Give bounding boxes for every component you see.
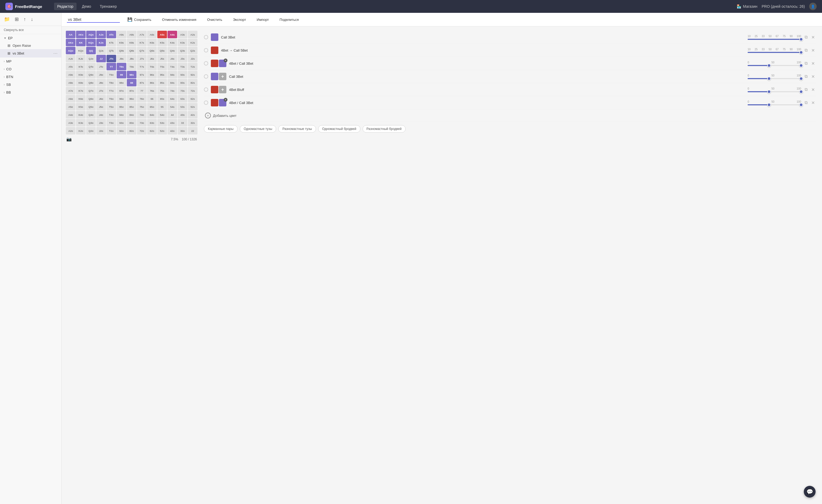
hand-cell[interactable]: 97o bbox=[117, 87, 126, 94]
hand-cell[interactable]: A3s bbox=[178, 31, 187, 38]
hand-cell[interactable]: Q2s bbox=[188, 47, 197, 54]
hand-cell[interactable]: 77 bbox=[137, 87, 147, 94]
hand-cell[interactable]: A2s bbox=[188, 31, 197, 38]
hand-cell[interactable]: T7o bbox=[106, 87, 116, 94]
hand-cell[interactable]: K6o bbox=[76, 95, 86, 102]
hand-cell[interactable]: 93s bbox=[178, 71, 187, 78]
slider-track-6[interactable] bbox=[748, 104, 801, 105]
hand-cell[interactable]: KQs bbox=[86, 39, 96, 46]
action-radio-5[interactable] bbox=[204, 87, 208, 92]
hand-cell[interactable]: J6o bbox=[96, 95, 106, 102]
color-swatch-plus-5[interactable]: + bbox=[219, 86, 227, 93]
hand-cell[interactable]: T3o bbox=[106, 119, 116, 126]
hand-cell[interactable]: 66 bbox=[147, 95, 157, 102]
hand-cell[interactable]: K6s bbox=[147, 39, 157, 46]
hand-cell[interactable]: 72s bbox=[188, 87, 197, 94]
add-folder-btn[interactable]: 📁 bbox=[3, 16, 11, 23]
hand-cell[interactable]: A7s bbox=[137, 31, 147, 38]
hand-cell[interactable]: 53o bbox=[157, 119, 167, 126]
close-icon-5[interactable]: ✕ bbox=[811, 86, 816, 93]
hand-cell[interactable]: 86s bbox=[147, 79, 157, 86]
hand-cell[interactable]: QQ bbox=[86, 47, 96, 54]
export-btn[interactable]: Экспорт bbox=[230, 16, 250, 23]
hand-cell[interactable]: K9s bbox=[117, 39, 126, 46]
hand-cell[interactable]: AKs bbox=[76, 31, 86, 38]
color-swatch-purple-4[interactable] bbox=[211, 73, 218, 80]
hand-cell[interactable]: A9s bbox=[117, 31, 126, 38]
hand-cell[interactable]: A6o bbox=[66, 95, 75, 102]
hand-cell[interactable]: J5s bbox=[157, 55, 167, 62]
tag-suited-broadway[interactable]: Одномастный бродвей bbox=[318, 125, 360, 133]
hand-cell[interactable]: Q8s bbox=[127, 47, 136, 54]
add-color-btn[interactable]: + Добавить цвет bbox=[204, 109, 816, 122]
hand-cell[interactable]: 62o bbox=[147, 127, 157, 134]
hand-cell[interactable]: 52o bbox=[157, 127, 167, 134]
hand-cell[interactable]: J2s bbox=[188, 55, 197, 62]
hand-cell[interactable]: T7s bbox=[137, 63, 147, 70]
hand-cell[interactable]: 93o bbox=[117, 119, 126, 126]
hand-cell[interactable]: J7s bbox=[137, 55, 147, 62]
hand-cell[interactable]: QJs bbox=[96, 47, 106, 54]
hand-cell[interactable]: A5o bbox=[66, 103, 75, 110]
hand-cell[interactable]: A3o bbox=[66, 119, 75, 126]
color-swatch-red-2[interactable] bbox=[211, 47, 218, 54]
chat-bubble[interactable]: 💬 bbox=[804, 486, 816, 498]
hand-cell[interactable]: 98s bbox=[127, 71, 136, 78]
slider-track-2[interactable] bbox=[748, 52, 801, 53]
import-btn[interactable]: Импорт bbox=[254, 16, 272, 23]
tag-offsuit-broadway[interactable]: Разномастный бродвей bbox=[363, 125, 406, 133]
hand-cell[interactable]: K8s bbox=[127, 39, 136, 46]
hand-cell[interactable]: Q7o bbox=[86, 87, 96, 94]
move-down-btn[interactable]: ↓ bbox=[30, 16, 34, 23]
close-icon-2[interactable]: ✕ bbox=[811, 47, 816, 54]
hand-cell[interactable]: A8o bbox=[66, 79, 75, 86]
share-btn[interactable]: Поделиться bbox=[277, 16, 302, 23]
hand-cell[interactable]: 82o bbox=[127, 127, 136, 134]
hand-cell[interactable]: A4o bbox=[66, 111, 75, 118]
hand-cell[interactable]: K5o bbox=[76, 103, 86, 110]
hand-cell[interactable]: K8o bbox=[76, 79, 86, 86]
hand-cell[interactable]: KJo bbox=[76, 55, 86, 62]
sidebar-group-ep[interactable]: ▼ EP bbox=[0, 34, 61, 42]
hand-cell[interactable]: Q2o bbox=[86, 127, 96, 134]
hand-cell[interactable]: T5o bbox=[106, 103, 116, 110]
hand-cell[interactable]: K4s bbox=[167, 39, 177, 46]
hand-cell[interactable]: 92s bbox=[188, 71, 197, 78]
hand-cell[interactable]: Q5s bbox=[157, 47, 167, 54]
hand-cell[interactable]: 33 bbox=[178, 119, 187, 126]
hand-cell[interactable]: 85s bbox=[157, 79, 167, 86]
hand-cell[interactable]: 65o bbox=[147, 103, 157, 110]
hand-cell[interactable]: K7o bbox=[76, 87, 86, 94]
hand-cell[interactable]: J4o bbox=[96, 111, 106, 118]
hand-cell[interactable]: 53s bbox=[178, 103, 187, 110]
hand-cell[interactable]: T2s bbox=[188, 63, 197, 70]
hand-cell[interactable]: KK bbox=[76, 39, 86, 46]
close-badge-3[interactable]: ✕ bbox=[224, 59, 228, 62]
hand-cell[interactable]: T5s bbox=[157, 63, 167, 70]
hand-cell[interactable]: AA bbox=[66, 31, 75, 38]
hand-cell[interactable]: T8s bbox=[127, 63, 136, 70]
hand-cell[interactable]: J5o bbox=[96, 103, 106, 110]
shop-btn[interactable]: 🏪 Магазин bbox=[737, 4, 757, 9]
color-swatch-plus-4[interactable]: + bbox=[219, 73, 227, 80]
tag-offsuit-aces[interactable]: Разномастные тузы bbox=[278, 125, 316, 133]
hand-cell[interactable]: J8o bbox=[96, 79, 106, 86]
hand-cell[interactable]: 85o bbox=[127, 103, 136, 110]
hand-cell[interactable]: 64s bbox=[167, 95, 177, 102]
hand-cell[interactable]: 75s bbox=[157, 87, 167, 94]
hand-cell[interactable]: 63s bbox=[178, 95, 187, 102]
hand-cell[interactable]: 55 bbox=[157, 103, 167, 110]
hand-cell[interactable]: T4s bbox=[167, 63, 177, 70]
sidebar-item-open-raise[interactable]: ⊞ Open Raise bbox=[0, 42, 61, 49]
hand-cell[interactable]: KJs bbox=[96, 39, 106, 46]
sidebar-group-bb[interactable]: › BB bbox=[0, 89, 61, 96]
action-radio-3[interactable] bbox=[204, 61, 208, 66]
hand-cell[interactable]: Q9s bbox=[117, 47, 126, 54]
hand-cell[interactable]: AQs bbox=[86, 31, 96, 38]
clear-btn[interactable]: Очистить bbox=[204, 16, 226, 23]
hand-cell[interactable]: 74s bbox=[167, 87, 177, 94]
hand-cell[interactable]: Q6s bbox=[147, 47, 157, 54]
copy-icon-3[interactable]: ⧉ bbox=[804, 60, 808, 67]
hand-cell[interactable]: K9o bbox=[76, 71, 86, 78]
hand-cell[interactable]: J4s bbox=[167, 55, 177, 62]
